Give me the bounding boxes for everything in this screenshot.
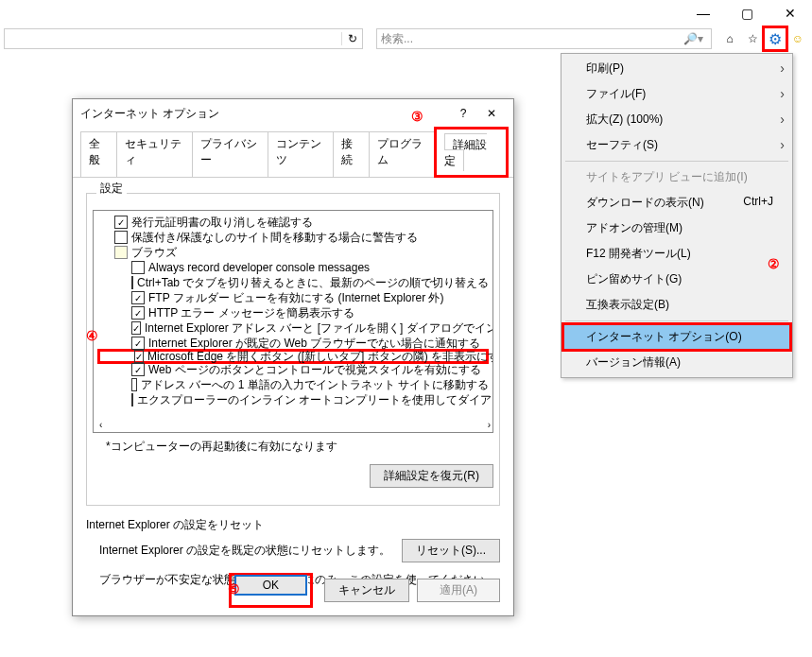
checkbox[interactable]: ✓ (131, 321, 141, 335)
tree-row[interactable]: アドレス バーへの 1 単語の入力でイントラネット サイトに移動する (97, 377, 489, 392)
scroll-right-icon[interactable]: › (488, 420, 491, 430)
maximize-button[interactable]: ▢ (725, 0, 769, 26)
tab-2[interactable]: プライバシー (192, 131, 268, 177)
tree-row[interactable]: ブラウズ (97, 245, 489, 260)
tab-6[interactable]: 詳細設定 (444, 133, 487, 171)
annotation-1-box: ⚙ (762, 26, 788, 52)
tree-row[interactable]: ✓発行元証明書の取り消しを確認する (97, 215, 489, 230)
checkbox[interactable] (131, 261, 145, 274)
dialog-title: インターネット オプション (80, 106, 219, 122)
reset-title: Internet Explorer の設定をリセット (86, 517, 500, 533)
settings-fieldset: 設定 ✓発行元証明書の取り消しを確認する保護付き/保護なしのサイト間を移動する場… (86, 193, 500, 506)
tree-label: エクスプローラーのインライン オートコンプリートを使用してダイアログを実行す (137, 392, 493, 408)
checkbox[interactable]: ✓ (134, 350, 144, 363)
reset-button[interactable]: リセット(S)... (402, 539, 500, 562)
refresh-icon[interactable]: ↻ (341, 32, 362, 45)
minimize-button[interactable]: — (682, 0, 725, 26)
checkbox[interactable]: ✓ (131, 291, 145, 304)
menu-item[interactable]: サイトをアプリ ビューに追加(I) (563, 164, 790, 190)
tree-label: Always record developer console messages (148, 261, 370, 274)
browser-toolbar: ↻ 検索... 🔎▾ ⌂ ☆ ⚙ ☺ (0, 26, 812, 51)
menu-item[interactable]: 拡大(Z) (100%) (563, 107, 790, 132)
address-bar[interactable]: ↻ (4, 28, 363, 49)
tree-label: Internet Explorer アドレス バーと [ファイルを開く] ダイア… (145, 320, 493, 337)
tab-5[interactable]: プログラム (369, 131, 435, 177)
apply-button[interactable]: 適用(A) (417, 579, 500, 602)
tab-0[interactable]: 全般 (80, 131, 117, 177)
restart-note: *コンピューターの再起動後に有効になります (106, 439, 493, 455)
tree-label: HTTP エラー メッセージを簡易表示する (148, 305, 354, 321)
menu-item[interactable]: ファイル(F) (563, 81, 790, 107)
tree-label: ブラウズ (131, 245, 177, 261)
tools-menu: 印刷(P)ファイル(F)拡大(Z) (100%)セーフティ(S)サイトをアプリ … (561, 53, 793, 378)
menu-item[interactable]: 互換表示設定(B) (563, 292, 790, 318)
tree-row[interactable]: エクスプローラーのインライン オートコンプリートを使用してダイアログを実行す (97, 392, 489, 407)
menu-item[interactable]: ピン留めサイト(G) (563, 267, 790, 292)
fieldset-label: 設定 (96, 182, 127, 195)
internet-options-dialog: インターネット オプション ? ✕ 全般セキュリティプライバシーコンテンツ接続プ… (72, 98, 514, 616)
smile-icon[interactable]: ☺ (787, 28, 808, 49)
dialog-close-button[interactable]: ✕ (477, 107, 506, 120)
annotation-5: ⑤ (223, 579, 244, 599)
tree-label: 発行元証明書の取り消しを確認する (131, 215, 313, 231)
tree-row[interactable]: 保護付き/保護なしのサイト間を移動する場合に警告する (97, 230, 489, 245)
checkbox[interactable]: ✓ (114, 216, 128, 229)
restore-advanced-button[interactable]: 詳細設定を復元(R) (370, 464, 493, 488)
menu-item[interactable]: バージョン情報(A) (563, 350, 790, 375)
favorites-icon[interactable]: ☆ (742, 28, 763, 49)
tree-row[interactable]: Ctrl+Tab でタブを切り替えるときに、最新のページの順で切り替える (97, 275, 489, 290)
menu-item[interactable]: 印刷(P) (563, 56, 790, 81)
search-placeholder: 検索... (381, 31, 413, 47)
tab-4[interactable]: 接続 (333, 131, 370, 177)
search-input[interactable]: 検索... 🔎▾ (376, 28, 712, 49)
checkbox[interactable] (131, 393, 133, 406)
checkbox[interactable] (131, 378, 137, 391)
checkbox[interactable]: ✓ (131, 337, 145, 350)
tree-row[interactable]: ✓Web ページのボタンとコントロールで視覚スタイルを有効にする (97, 362, 489, 377)
annotation-3: ③ (406, 106, 427, 127)
home-icon[interactable]: ⌂ (719, 28, 740, 49)
help-button[interactable]: ? (449, 107, 477, 120)
search-icon[interactable]: 🔎▾ (683, 32, 707, 45)
annotation-4: ④ (81, 325, 102, 346)
menu-item[interactable]: セーフティ(S) (563, 132, 790, 158)
tree-row[interactable]: ✓FTP フォルダー ビューを有効にする (Internet Explorer … (97, 290, 489, 305)
tree-label: Web ページのボタンとコントロールで視覚スタイルを有効にする (148, 362, 481, 378)
menu-item[interactable]: アドオンの管理(M) (563, 216, 790, 241)
menu-item[interactable]: インターネット オプション(O) (563, 324, 790, 350)
tab-3[interactable]: コンテンツ (268, 131, 334, 177)
reset-description: Internet Explorer の設定を既定の状態にリセットします。 (99, 543, 390, 559)
tree-label: アドレス バーへの 1 単語の入力でイントラネット サイトに移動する (141, 377, 489, 393)
menu-item[interactable]: F12 開発者ツール(L) (563, 241, 790, 267)
tree-row[interactable]: Always record developer console messages (97, 260, 489, 275)
checkbox[interactable] (131, 276, 133, 289)
checkbox[interactable]: ✓ (131, 306, 145, 320)
menu-item[interactable]: ダウンロードの表示(N)Ctrl+J (563, 190, 790, 216)
dialog-tabs: 全般セキュリティプライバシーコンテンツ接続プログラム詳細設定 (73, 128, 513, 178)
gear-icon[interactable]: ⚙ (765, 28, 786, 49)
tree-row[interactable]: ✓Internet Explorer アドレス バーと [ファイルを開く] ダイ… (97, 320, 489, 336)
annotation-2: ② (763, 253, 784, 274)
settings-tree[interactable]: ✓発行元証明書の取り消しを確認する保護付き/保護なしのサイト間を移動する場合に警… (93, 210, 493, 433)
tree-label: FTP フォルダー ビューを有効にする (Internet Explorer 外… (148, 290, 444, 306)
checkbox[interactable]: ✓ (131, 363, 145, 376)
tab-1[interactable]: セキュリティ (116, 131, 193, 177)
scroll-left-icon[interactable]: ‹ (99, 420, 102, 430)
tree-label: Ctrl+Tab でタブを切り替えるときに、最新のページの順で切り替える (137, 275, 489, 291)
close-window-button[interactable]: ✕ (769, 0, 812, 26)
folder-icon (114, 246, 128, 259)
checkbox[interactable] (114, 231, 128, 244)
cancel-button[interactable]: キャンセル (324, 579, 409, 602)
tree-row[interactable]: ✓HTTP エラー メッセージを簡易表示する (97, 305, 489, 320)
tree-label: 保護付き/保護なしのサイト間を移動する場合に警告する (131, 230, 418, 246)
ok-button[interactable]: OK (234, 575, 307, 596)
